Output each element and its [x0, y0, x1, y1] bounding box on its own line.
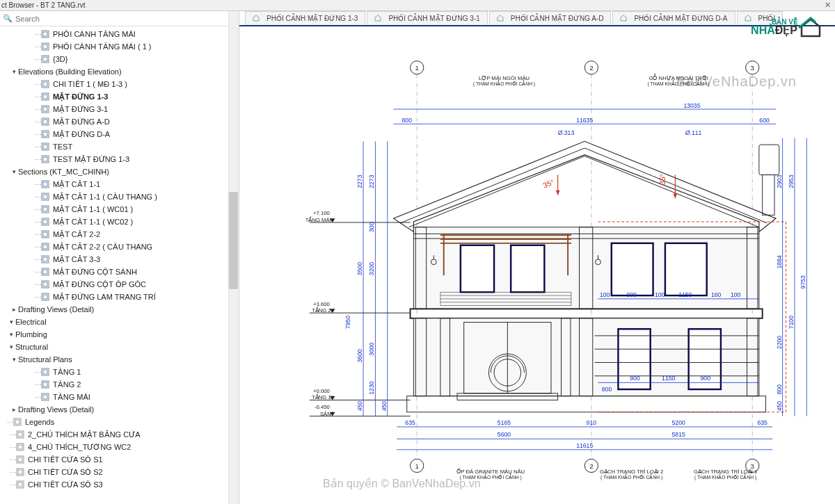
svg-text:( THAM KHẢO PHỐI CẢNH ): ( THAM KHẢO PHỐI CẢNH ) — [460, 473, 522, 480]
tree-label: MẶT CẮT 3-3 — [53, 255, 239, 264]
svg-text:450: 450 — [356, 401, 363, 412]
tree-item[interactable]: ⋯CHI TIẾT CỬA SỔ S1 — [0, 453, 239, 466]
tree-dot: ⋯ — [35, 31, 40, 38]
tree-dot: ⋯ — [35, 256, 40, 263]
tree-item[interactable]: ⋯4_CHÚ THÍCH_TƯỜNG WC2 — [0, 441, 239, 453]
svg-text:11635: 11635 — [576, 117, 593, 124]
tree-item[interactable]: ⋯TẦNG 1 — [0, 366, 239, 378]
tree-dot: ⋯ — [35, 56, 40, 63]
tree-item[interactable]: ⋯TẦNG 2 — [0, 378, 239, 391]
tree-label: TẦNG 2 — [53, 380, 239, 389]
expander-icon[interactable]: ▾ — [7, 331, 15, 338]
main: 🔍 ⋯PHỐI CẢNH TẦNG MÁI⋯PHỐI CẢNH TẦNG MÁI… — [0, 11, 835, 504]
tree-item[interactable]: ⋯MẶT CẮT 2-2 ( CẦU THANG — [0, 241, 239, 253]
svg-text:GỖ NHỰA NGOÀI TRỜI: GỖ NHỰA NGOÀI TRỜI — [649, 74, 708, 81]
tree-item[interactable]: ⋯MẶT CẮT 2-2 — [0, 228, 239, 241]
svg-rect-47 — [15, 420, 19, 424]
svg-rect-21 — [43, 182, 47, 186]
tree-item[interactable]: ⋯MẶT ĐỨNG CỘT SẢNH — [0, 266, 239, 278]
close-icon[interactable]: ✕ — [825, 1, 831, 10]
tree-item[interactable]: ⋯MẶT ĐỨNG A-D — [0, 115, 239, 128]
tree-item[interactable]: ⋯MẶT ĐỨNG LAM TRANG TRÍ — [0, 291, 239, 303]
svg-text:GẠCH TRANG TRÍ LOẠI 1: GẠCH TRANG TRÍ LOẠI 1 — [694, 469, 757, 475]
tree-item[interactable]: ⋯PHỐI CẢNH TẦNG MÁI ( 1 ) — [0, 40, 239, 53]
svg-rect-5 — [43, 57, 47, 61]
tree-item[interactable]: ▾Electrical — [0, 316, 239, 328]
search-input[interactable] — [15, 15, 236, 23]
svg-rect-37 — [43, 282, 47, 286]
browser-title: ct Browser - BT 2 TANG.rvt — [1, 1, 825, 9]
svg-text:1: 1 — [415, 64, 419, 72]
view-tab[interactable]: PHỐI CẢNH MẶT ĐỨNG 3-1 — [367, 11, 487, 25]
svg-text:+3.600: +3.600 — [313, 301, 330, 307]
tree-dot: ⋯ — [35, 268, 40, 276]
tree-item[interactable]: ▾Elevations (Building Elevation) — [0, 65, 239, 78]
svg-text:TẦNG 2: TẦNG 2 — [312, 307, 331, 314]
svg-text:TẦNG 1: TẦNG 1 — [312, 393, 331, 400]
tree-item[interactable]: ⋯TEST MẶT ĐỨNG 1-3 — [0, 153, 239, 165]
tree-item[interactable]: ⋯MẶT CẤT 1-1 ( WC02 ) — [0, 216, 239, 228]
svg-text:SÂN: SÂN — [320, 411, 331, 417]
scrollbar[interactable] — [228, 11, 239, 504]
tree-item[interactable]: ▾Structural Plans — [0, 353, 239, 366]
tree-item[interactable]: ⋯Legends — [0, 416, 239, 428]
expander-icon[interactable]: ▾ — [10, 168, 18, 175]
svg-text:TẦNG MÁI: TẦNG MÁI — [305, 216, 331, 223]
svg-rect-102 — [461, 245, 494, 292]
svg-rect-31 — [43, 245, 47, 249]
tree-item[interactable]: ⋯MẶT CẮT 1-1 ( CẦU THANG ) — [0, 190, 239, 203]
tree-dot: ⋯ — [35, 43, 40, 51]
svg-rect-27 — [43, 220, 47, 224]
expander-icon[interactable]: ▸ — [10, 406, 18, 413]
tree-label: {3D} — [53, 55, 239, 63]
tree-item[interactable]: ⋯CHI TIẾT 1 ( MĐ 1-3 ) — [0, 78, 239, 90]
view-tab[interactable]: PHỐI CẢNH MẶT ĐỨNG 1-3 — [245, 11, 365, 25]
tree-item[interactable]: ⋯CHI TIẾT CỬA SỔ S2 — [0, 466, 239, 478]
tree-item[interactable]: ⋯2_CHÚ THÍCH MẶT BẰNG CỬA — [0, 428, 239, 441]
tree-item[interactable]: ⋯MẶT ĐỨNG D-A — [0, 128, 239, 140]
svg-rect-25 — [43, 207, 47, 211]
svg-rect-7 — [43, 82, 47, 86]
tree-item[interactable]: ⋯{3D} — [0, 53, 239, 65]
tree-item[interactable]: ▸Drafting Views (Detail) — [0, 403, 239, 416]
view-tab[interactable]: PHỐI CẢNH MẶT ĐỨNG D-A — [612, 11, 735, 25]
view-tab[interactable]: PHỐI CẢNH MẶT ĐỨNG A-D — [489, 11, 612, 25]
drawing-canvas[interactable]: 1 2 3 1 2 3 LỢP MÁI NGÓI MÀU ( THAM KHẢO… — [239, 26, 835, 504]
expander-icon[interactable]: ▾ — [7, 343, 15, 350]
tab-label: PHỐI CẢNH MẶT ĐỨNG 3-1 — [388, 15, 479, 22]
svg-text:2200: 2200 — [776, 336, 783, 349]
tree-item[interactable]: ▾Structural — [0, 341, 239, 353]
svg-rect-114 — [411, 309, 763, 318]
tree-dot: ⋯ — [35, 143, 40, 151]
tree-item[interactable]: ⋯MẶT ĐỨNG 1-3 — [0, 90, 239, 103]
tree-item[interactable]: ⋯MẶT CẮT 1-1 ( WC01 ) — [0, 203, 239, 216]
expander-icon[interactable]: ▾ — [7, 318, 15, 325]
tree-label: MẶT CẤT 1-1 ( WC02 ) — [53, 218, 239, 227]
tree-item[interactable]: ▸Drafting Views (Detail) — [0, 303, 239, 316]
tree-label: CHI TIẾT CỬA SỔ S1 — [28, 455, 239, 464]
tree-item[interactable]: ⋯MẶT CẮT 3-3 — [0, 253, 239, 266]
svg-rect-13 — [43, 120, 47, 124]
svg-rect-131 — [407, 396, 766, 412]
expander-icon[interactable]: ▾ — [10, 68, 18, 75]
tree-item[interactable]: ▾Plumbing — [0, 328, 239, 341]
tree-item[interactable]: ⋯TẦNG MÁI — [0, 391, 239, 403]
svg-text:450: 450 — [381, 401, 388, 412]
scrollbar-thumb[interactable] — [229, 192, 238, 289]
project-browser[interactable]: 🔍 ⋯PHỐI CẢNH TẦNG MÁI⋯PHỐI CẢNH TẦNG MÁI… — [0, 11, 239, 504]
tree-item[interactable]: ▾Sections (KT_MC_CHINH) — [0, 165, 239, 178]
tree-label: 4_CHÚ THÍCH_TƯỜNG WC2 — [28, 443, 239, 452]
svg-text:11615: 11615 — [576, 442, 593, 449]
tree-dot: ⋯ — [7, 418, 13, 426]
tree-item[interactable]: ⋯PHỐI CẢNH TẦNG MÁI — [0, 28, 239, 40]
svg-text:2273: 2273 — [356, 174, 363, 188]
tree-item[interactable]: ⋯MẶT ĐỨNG 3-1 — [0, 103, 239, 115]
expander-icon[interactable]: ▸ — [10, 306, 18, 313]
tree-item[interactable]: ⋯CHI TIẾT CỬA SỔ S3 — [0, 478, 239, 491]
view-icon — [40, 180, 50, 188]
expander-icon[interactable]: ▾ — [10, 356, 18, 363]
tree-item[interactable]: ⋯MẶT CẮT 1-1 — [0, 178, 239, 190]
tree-item[interactable]: ⋯TEST — [0, 140, 239, 153]
svg-text:2: 2 — [589, 462, 593, 470]
tree-item[interactable]: ⋯MẶT ĐỨNG CỘT ỐP GÓC — [0, 278, 239, 291]
